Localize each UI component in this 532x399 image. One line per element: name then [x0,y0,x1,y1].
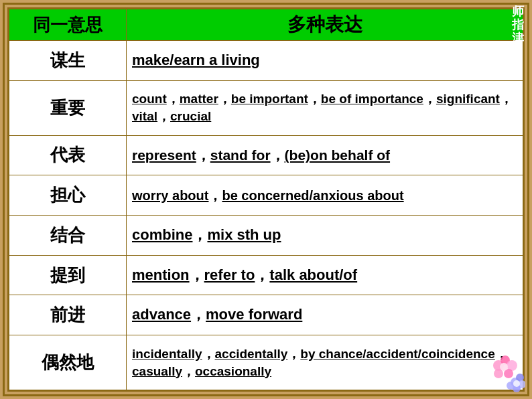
row-right-谋生: make/earn a living [127,41,523,81]
row-right-重要: count，matter，be important，be of importan… [127,80,523,135]
row-right-结合: combine，mix sth up [127,215,523,255]
header-col2: 多种表达 [127,9,523,41]
row-left-提到: 提到 [9,255,127,295]
row-left-代表: 代表 [9,135,127,175]
row-left-结合: 结合 [9,215,127,255]
outer-border: 同一意思 多种表达 谋生make/earn a living重要count，ma… [3,3,529,396]
row-right-偶然地: incidentally，accidentally，by chance/acci… [127,335,523,390]
row-right-前进: advance，move forward [127,295,523,335]
header-col1: 同一意思 [9,9,127,41]
row-left-偶然地: 偶然地 [9,335,127,390]
svg-point-11 [513,380,520,387]
table-row: 结合combine，mix sth up [9,215,523,255]
main-table: 同一意思 多种表达 谋生make/earn a living重要count，ma… [9,9,523,390]
row-right-代表: represent，stand for，(be)on behalf of [127,135,523,175]
row-left-谋生: 谋生 [9,41,127,81]
table-row: 前进advance，move forward [9,295,523,335]
row-right-担心: worry about，be concerned/anxious about [127,175,523,216]
table-row: 提到mention，refer to，talk about/of [9,255,523,295]
row-left-重要: 重要 [9,80,127,135]
table-row: 谋生make/earn a living [9,41,523,81]
table-row: 重要count，matter，be important，be of import… [9,80,523,135]
row-right-提到: mention，refer to，talk about/of [127,255,523,295]
flower-decoration [485,352,525,392]
row-left-前进: 前进 [9,295,127,335]
table-row: 代表represent，stand for，(be)on behalf of [9,135,523,175]
logo-line1: 师 [512,5,524,19]
svg-point-5 [500,363,508,371]
logo-line2: 指 [512,19,524,32]
logo-line3: 津 [512,32,524,46]
table-row: 担心worry about，be concerned/anxious about [9,175,523,216]
header-row: 同一意思 多种表达 [9,9,523,41]
table-row: 偶然地incidentally，accidentally，by chance/a… [9,335,523,390]
row-left-担心: 担心 [9,175,127,216]
table-wrapper: 同一意思 多种表达 谋生make/earn a living重要count，ma… [7,7,525,392]
logo: 师 指 津 [512,5,524,45]
